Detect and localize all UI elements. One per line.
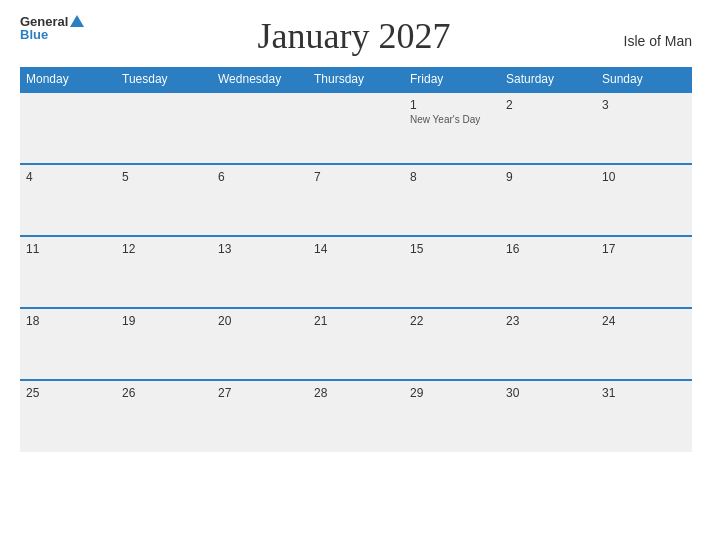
day-cell: 28	[308, 380, 404, 452]
day-number: 9	[506, 170, 590, 184]
day-cell: 12	[116, 236, 212, 308]
calendar-header: Monday Tuesday Wednesday Thursday Friday…	[20, 67, 692, 92]
day-cell: 26	[116, 380, 212, 452]
day-cell: 11	[20, 236, 116, 308]
day-cell	[308, 92, 404, 164]
day-number: 25	[26, 386, 110, 400]
calendar-title: January 2027	[84, 15, 623, 57]
table-row: 1 New Year's Day 2 3	[20, 92, 692, 164]
day-cell: 10	[596, 164, 692, 236]
table-row: 25 26 27 28 29 30 31	[20, 380, 692, 452]
day-cell	[212, 92, 308, 164]
day-cell: 8	[404, 164, 500, 236]
day-cell: 6	[212, 164, 308, 236]
day-cell: 13	[212, 236, 308, 308]
day-number: 10	[602, 170, 686, 184]
day-number: 1	[410, 98, 494, 112]
region-label: Isle of Man	[624, 33, 692, 49]
table-row: 11 12 13 14 15 16 17	[20, 236, 692, 308]
day-number: 22	[410, 314, 494, 328]
day-number: 3	[602, 98, 686, 112]
day-cell: 18	[20, 308, 116, 380]
day-cell: 17	[596, 236, 692, 308]
day-cell: 19	[116, 308, 212, 380]
day-cell: 31	[596, 380, 692, 452]
day-number: 18	[26, 314, 110, 328]
day-cell: 3	[596, 92, 692, 164]
day-cell: 5	[116, 164, 212, 236]
day-number: 13	[218, 242, 302, 256]
weekday-saturday: Saturday	[500, 67, 596, 92]
logo: General Blue	[20, 15, 84, 41]
table-row: 4 5 6 7 8 9 10	[20, 164, 692, 236]
weekday-monday: Monday	[20, 67, 116, 92]
day-cell: 29	[404, 380, 500, 452]
day-number: 23	[506, 314, 590, 328]
day-number: 21	[314, 314, 398, 328]
calendar-table: Monday Tuesday Wednesday Thursday Friday…	[20, 67, 692, 452]
day-number: 2	[506, 98, 590, 112]
day-cell: 21	[308, 308, 404, 380]
day-cell: 22	[404, 308, 500, 380]
day-cell	[116, 92, 212, 164]
logo-triangle-icon	[70, 15, 84, 27]
day-cell: 4	[20, 164, 116, 236]
title-area: January 2027	[84, 15, 623, 57]
day-number: 14	[314, 242, 398, 256]
weekday-wednesday: Wednesday	[212, 67, 308, 92]
day-cell: 14	[308, 236, 404, 308]
weekday-row: Monday Tuesday Wednesday Thursday Friday…	[20, 67, 692, 92]
day-number: 30	[506, 386, 590, 400]
day-number: 4	[26, 170, 110, 184]
day-number: 28	[314, 386, 398, 400]
day-number: 26	[122, 386, 206, 400]
day-number: 12	[122, 242, 206, 256]
day-cell: 30	[500, 380, 596, 452]
day-number: 17	[602, 242, 686, 256]
day-number: 8	[410, 170, 494, 184]
calendar-body: 1 New Year's Day 2 3 4 5 6 7 8 9 10	[20, 92, 692, 452]
calendar-page: General Blue January 2027 Isle of Man Mo…	[0, 0, 712, 550]
day-cell: 9	[500, 164, 596, 236]
day-number: 20	[218, 314, 302, 328]
day-number: 19	[122, 314, 206, 328]
day-number: 15	[410, 242, 494, 256]
day-cell: 16	[500, 236, 596, 308]
weekday-thursday: Thursday	[308, 67, 404, 92]
day-number: 31	[602, 386, 686, 400]
day-number: 29	[410, 386, 494, 400]
day-cell: 25	[20, 380, 116, 452]
weekday-tuesday: Tuesday	[116, 67, 212, 92]
weekday-sunday: Sunday	[596, 67, 692, 92]
day-number: 6	[218, 170, 302, 184]
day-cell	[20, 92, 116, 164]
day-number: 5	[122, 170, 206, 184]
header: General Blue January 2027 Isle of Man	[20, 15, 692, 57]
day-number: 16	[506, 242, 590, 256]
day-cell: 7	[308, 164, 404, 236]
day-cell: 24	[596, 308, 692, 380]
table-row: 18 19 20 21 22 23 24	[20, 308, 692, 380]
day-number: 11	[26, 242, 110, 256]
logo-blue-text: Blue	[20, 28, 48, 41]
holiday-label: New Year's Day	[410, 114, 494, 125]
day-number: 27	[218, 386, 302, 400]
day-cell: 2	[500, 92, 596, 164]
day-number: 24	[602, 314, 686, 328]
day-cell: 20	[212, 308, 308, 380]
day-cell: 15	[404, 236, 500, 308]
day-cell: 27	[212, 380, 308, 452]
day-cell: 23	[500, 308, 596, 380]
weekday-friday: Friday	[404, 67, 500, 92]
day-number: 7	[314, 170, 398, 184]
day-cell: 1 New Year's Day	[404, 92, 500, 164]
